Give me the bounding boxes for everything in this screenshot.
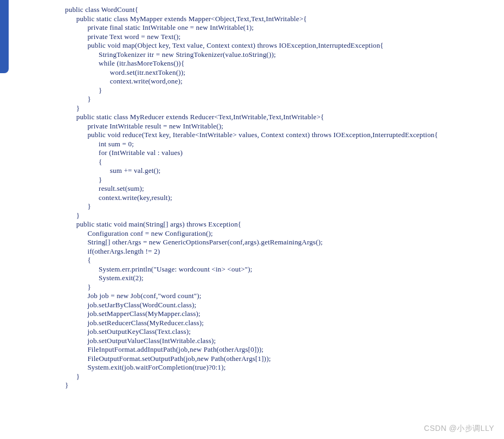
code-block: public class WordCount{ public static cl…: [65, 5, 438, 390]
side-ribbon: [0, 0, 9, 73]
watermark: CSDN @小步调LLY: [424, 424, 494, 434]
